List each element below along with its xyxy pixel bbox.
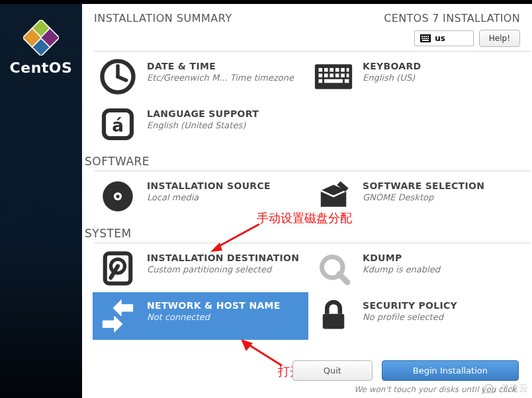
svg-rect-22: [341, 68, 345, 72]
svg-rect-5: [421, 36, 423, 37]
spoke-sub: GNOME Desktop: [363, 192, 484, 202]
category-system: SYSTEM: [82, 220, 524, 240]
svg-rect-25: [324, 73, 328, 77]
spoke-installation-source[interactable]: INSTALLATION SOURCELocal media: [93, 173, 308, 220]
divider: [94, 243, 531, 243]
svg-rect-8: [427, 36, 429, 37]
lock-icon: [314, 296, 353, 336]
svg-rect-11: [425, 38, 427, 39]
svg-rect-27: [335, 73, 339, 77]
svg-point-37: [116, 194, 119, 198]
svg-rect-24: [319, 73, 323, 77]
page-title: INSTALLATION SUMMARY: [94, 12, 232, 24]
svg-rect-21: [335, 68, 339, 72]
spoke-label: INSTALLATION SOURCE: [147, 180, 271, 191]
svg-rect-26: [330, 73, 333, 77]
spoke-network[interactable]: NETWORK & HOST NAMENot connected: [93, 292, 308, 340]
divider: [94, 171, 531, 171]
divider: [94, 51, 531, 52]
svg-rect-19: [324, 68, 328, 72]
spoke-datetime[interactable]: DATE & TIMEEtc/Greenwich M... Time timez…: [93, 53, 308, 100]
header: INSTALLATION SUMMARY CENTOS 7 INSTALLATI…: [82, 4, 532, 47]
clock-icon: [98, 57, 138, 97]
harddisk-icon: [98, 249, 138, 288]
svg-rect-31: [324, 79, 343, 83]
main-panel: INSTALLATION SUMMARY CENTOS 7 INSTALLATI…: [82, 4, 532, 398]
spoke-sub: Not connected: [147, 312, 281, 322]
brand-text: CentOS: [10, 60, 73, 76]
svg-rect-28: [341, 73, 345, 77]
svg-marker-47: [241, 339, 253, 351]
spoke-sub: English (United States): [147, 120, 259, 130]
spoke-label: SECURITY POLICY: [363, 300, 457, 311]
svg-rect-13: [422, 40, 429, 41]
network-icon: [98, 296, 138, 336]
watermark: 亿速云: [480, 382, 528, 395]
keyboard-layout-indicator[interactable]: us: [414, 30, 474, 46]
svg-rect-9: [421, 38, 423, 39]
svg-rect-30: [319, 79, 323, 83]
footer-hint: We won't touch your disks until you clic…: [82, 385, 521, 394]
footer: Quit Begin Installation We won't touch y…: [82, 360, 532, 398]
svg-rect-23: [347, 68, 349, 72]
svg-rect-7: [425, 36, 427, 37]
spoke-software-selection[interactable]: SOFTWARE SELECTIONGNOME Desktop: [308, 173, 524, 220]
spoke-installation-destination[interactable]: INSTALLATION DESTINATIONCustom partition…: [93, 245, 308, 292]
quit-button[interactable]: Quit: [292, 360, 373, 381]
svg-rect-12: [427, 38, 429, 39]
svg-rect-20: [330, 68, 333, 72]
language-icon: á: [98, 104, 138, 144]
keyboard-icon: [420, 34, 431, 42]
spoke-security-policy[interactable]: SECURITY POLICYNo profile selected: [308, 292, 524, 340]
spoke-sub: English (US): [363, 73, 421, 83]
svg-line-42: [339, 274, 347, 282]
cloud-icon: [480, 382, 496, 395]
help-button[interactable]: Help!: [479, 30, 520, 47]
svg-rect-43: [323, 314, 345, 329]
category-software: SOFTWARE: [82, 148, 524, 168]
svg-rect-32: [345, 79, 349, 83]
svg-rect-18: [319, 68, 323, 72]
centos-logo-icon: [23, 20, 59, 56]
kdump-icon: [314, 249, 353, 288]
spoke-keyboard[interactable]: KEYBOARDEnglish (US): [308, 53, 524, 100]
package-icon: [314, 177, 353, 216]
spoke-sub: Etc/Greenwich M... Time timezone: [147, 73, 294, 83]
sidebar: CentOS: [0, 4, 82, 398]
spoke-language[interactable]: á LANGUAGE SUPPORTEnglish (United States…: [93, 100, 308, 148]
svg-line-16: [118, 77, 126, 80]
spoke-sub: Custom partitioning selected: [147, 264, 299, 274]
svg-rect-29: [347, 73, 349, 77]
spoke-kdump[interactable]: KDUMPKdump is enabled: [308, 245, 524, 292]
spoke-label: SOFTWARE SELECTION: [363, 180, 484, 191]
keyboard-icon: [314, 57, 353, 97]
spoke-sub: Kdump is enabled: [363, 264, 440, 274]
spoke-sub: Local media: [147, 192, 271, 202]
svg-rect-6: [423, 36, 425, 37]
locale-code: us: [435, 34, 445, 43]
spoke-label: KDUMP: [363, 253, 440, 263]
spoke-label: KEYBOARD: [363, 61, 421, 71]
begin-installation-button[interactable]: Begin Installation: [382, 360, 519, 381]
disc-icon: [98, 177, 138, 216]
svg-rect-10: [423, 38, 425, 39]
spoke-label: INSTALLATION DESTINATION: [147, 253, 299, 263]
product-name: CENTOS 7 INSTALLATION: [384, 12, 520, 24]
spoke-label: NETWORK & HOST NAME: [147, 300, 281, 311]
spoke-label: LANGUAGE SUPPORT: [147, 108, 259, 119]
svg-text:á: á: [112, 116, 124, 136]
spoke-sub: No profile selected: [363, 312, 457, 322]
spoke-label: DATE & TIME: [147, 61, 294, 71]
